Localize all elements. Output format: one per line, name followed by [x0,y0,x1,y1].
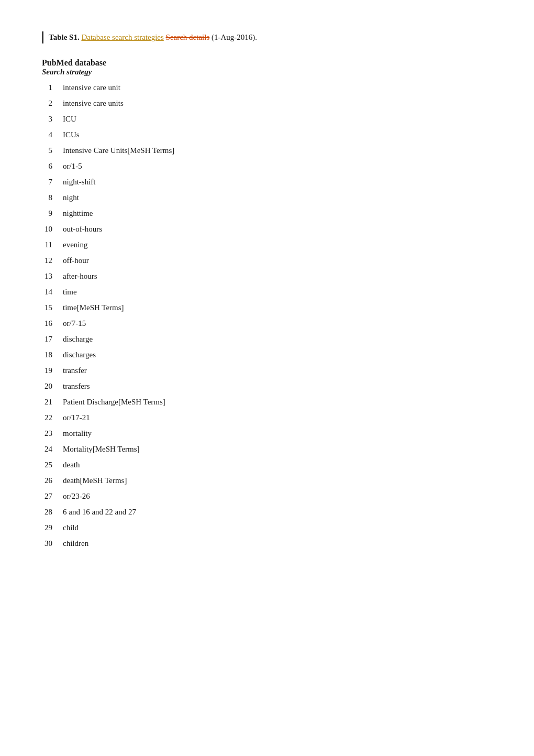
line-number: 5 [42,144,63,157]
line-number: 25 [42,458,63,471]
line-text: out-of-hours [63,223,102,235]
list-item: 17discharge [42,331,492,347]
line-number: 30 [42,537,63,550]
database-search-link[interactable]: Database search strategies [81,33,163,41]
line-number: 3 [42,113,63,125]
line-text: discharge [63,333,93,345]
line-number: 23 [42,427,63,440]
line-number: 27 [42,490,63,502]
line-text: 6 and 16 and 22 and 27 [63,506,136,518]
list-item: 12off-hour [42,253,492,268]
line-text: time [63,286,77,298]
list-item: 30children [42,535,492,551]
line-number: 16 [42,317,63,330]
line-number: 14 [42,286,63,298]
line-text: children [63,537,88,550]
line-text: after-hours [63,270,97,282]
table-label: Table S1. [49,33,80,41]
list-item: 286 and 16 and 22 and 27 [42,504,492,520]
line-text: Intensive Care Units[MeSH Terms] [63,144,174,157]
list-item: 26death[MeSH Terms] [42,473,492,488]
list-item: 22or/17-21 [42,410,492,425]
line-number: 10 [42,223,63,235]
search-list: 1intensive care unit2intensive care unit… [42,80,492,551]
line-text: or/23-26 [63,490,90,502]
list-item: 10out-of-hours [42,221,492,237]
line-text: ICU [63,113,76,125]
line-number: 4 [42,128,63,141]
list-item: 27or/23-26 [42,488,492,504]
list-item: 9nighttime [42,205,492,221]
list-item: 13after-hours [42,268,492,284]
line-number: 8 [42,191,63,204]
date-suffix: (1-Aug-2016). [212,33,257,41]
line-text: discharges [63,348,96,361]
line-number: 13 [42,270,63,282]
table-title: Table S1. Database search strategies Sea… [49,31,257,43]
list-item: 21Patient Discharge[MeSH Terms] [42,394,492,410]
line-number: 26 [42,474,63,487]
list-item: 18discharges [42,347,492,363]
list-item: 6or/1-5 [42,158,492,174]
line-number: 1 [42,81,63,94]
line-text: night-shift [63,176,96,188]
list-item: 8night [42,190,492,205]
line-number: 11 [42,238,63,251]
table-title-section: Table S1. Database search strategies Sea… [42,31,492,43]
line-number: 2 [42,97,63,109]
list-item: 1intensive care unit [42,80,492,95]
list-item: 29child [42,520,492,535]
line-number: 21 [42,396,63,408]
line-text: Mortality[MeSH Terms] [63,443,140,455]
line-number: 7 [42,176,63,188]
list-item: 7night-shift [42,174,492,190]
line-number: 12 [42,254,63,267]
list-item: 19transfer [42,363,492,378]
line-text: death [63,458,80,471]
line-text: Patient Discharge[MeSH Terms] [63,396,165,408]
line-text: or/1-5 [63,160,82,172]
line-text: intensive care units [63,97,124,109]
line-text: off-hour [63,254,89,267]
line-text: mortality [63,427,92,440]
line-number: 22 [42,411,63,424]
line-number: 17 [42,333,63,345]
line-text: ICUs [63,128,80,141]
search-details-strikethrough: Search details [166,33,210,41]
line-text: nighttime [63,207,93,220]
line-text: intensive care unit [63,81,120,94]
section-subtitle: Search strategy [42,68,492,76]
list-item: 11evening [42,237,492,253]
section-title: PubMed database [42,58,492,68]
line-text: death[MeSH Terms] [63,474,127,487]
line-text: or/17-21 [63,411,90,424]
line-number: 15 [42,301,63,314]
line-number: 28 [42,506,63,518]
line-text: or/7-15 [63,317,86,330]
line-number: 19 [42,364,63,377]
list-item: 2intensive care units [42,95,492,111]
section-header: PubMed database Search strategy [42,58,492,76]
line-number: 24 [42,443,63,455]
list-item: 5Intensive Care Units[MeSH Terms] [42,143,492,158]
line-text: evening [63,238,87,251]
list-item: 4ICUs [42,127,492,143]
line-number: 29 [42,521,63,534]
list-item: 16or/7-15 [42,315,492,331]
list-item: 15time[MeSH Terms] [42,300,492,315]
line-number: 9 [42,207,63,220]
line-number: 6 [42,160,63,172]
list-item: 23mortality [42,425,492,441]
list-item: 20transfers [42,378,492,394]
line-text: time[MeSH Terms] [63,301,124,314]
line-number: 20 [42,380,63,392]
line-text: night [63,191,79,204]
list-item: 3ICU [42,111,492,127]
line-text: transfers [63,380,90,392]
list-item: 24Mortality[MeSH Terms] [42,441,492,457]
list-item: 25death [42,457,492,473]
line-text: transfer [63,364,87,377]
line-text: child [63,521,79,534]
list-item: 14time [42,284,492,300]
line-number: 18 [42,348,63,361]
